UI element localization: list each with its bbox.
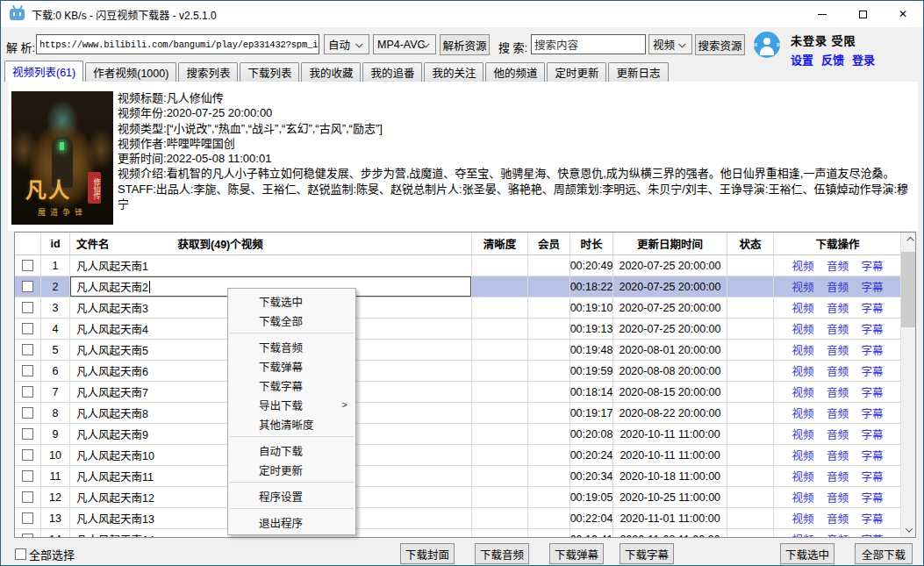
table-row[interactable]: 9凡人风起天南900:20:082020-10-11 11:00:00视频音频字… bbox=[15, 424, 915, 445]
subtitle-link[interactable]: 字幕 bbox=[861, 447, 883, 463]
context-menu-item[interactable]: 定时更新 bbox=[228, 460, 355, 479]
close-button[interactable]: ✕ bbox=[883, 1, 923, 27]
tab-8[interactable]: 他的频道 bbox=[485, 62, 545, 82]
scrollbar-down-button[interactable] bbox=[901, 522, 916, 537]
video-link[interactable]: 视频 bbox=[791, 489, 813, 505]
row-checkbox[interactable] bbox=[22, 323, 33, 334]
tab-1[interactable]: 视频列表(61) bbox=[4, 61, 83, 82]
video-link[interactable]: 视频 bbox=[791, 278, 813, 295]
tab-3[interactable]: 搜索列表 bbox=[178, 62, 238, 82]
context-menu-item[interactable]: 导出下载> bbox=[228, 395, 355, 414]
subtitle-link[interactable]: 字幕 bbox=[861, 405, 883, 421]
row-checkbox[interactable] bbox=[22, 470, 33, 482]
tab-5[interactable]: 我的收藏 bbox=[301, 62, 361, 82]
row-checkbox[interactable] bbox=[22, 260, 33, 271]
table-row[interactable]: 10凡人风起天南1000:20:242020-10-11 11:00:00视频音… bbox=[15, 445, 915, 466]
download-subtitle-button[interactable]: 下载字幕 bbox=[620, 543, 674, 564]
audio-link[interactable]: 音频 bbox=[827, 362, 849, 379]
row-checkbox[interactable] bbox=[22, 512, 33, 524]
video-link[interactable]: 视频 bbox=[791, 510, 813, 527]
subtitle-link[interactable]: 字幕 bbox=[861, 489, 883, 505]
video-link[interactable]: 视频 bbox=[791, 320, 813, 337]
subtitle-link[interactable]: 字幕 bbox=[861, 426, 883, 442]
subtitle-link[interactable]: 字幕 bbox=[861, 299, 883, 316]
table-row[interactable]: 7凡人风起天南700:18:142020-08-15 20:00:00视频音频字… bbox=[15, 382, 915, 403]
audio-link[interactable]: 音频 bbox=[827, 426, 849, 442]
context-menu-item[interactable]: 下载弹幕 bbox=[228, 356, 355, 376]
video-link[interactable]: 视频 bbox=[791, 426, 813, 442]
video-link[interactable]: 视频 bbox=[791, 447, 813, 463]
mode-select[interactable]: 自动 bbox=[324, 34, 369, 54]
audio-link[interactable]: 音频 bbox=[827, 320, 849, 337]
subtitle-link[interactable]: 字幕 bbox=[861, 320, 883, 337]
row-checkbox[interactable] bbox=[22, 386, 33, 398]
video-link[interactable]: 视频 bbox=[791, 383, 813, 400]
audio-link[interactable]: 音频 bbox=[827, 468, 849, 484]
maximize-button[interactable] bbox=[842, 1, 883, 27]
download-all-button[interactable]: 全部下载 bbox=[855, 543, 913, 564]
search-input[interactable]: 搜索内容 bbox=[531, 34, 646, 54]
audio-link[interactable]: 音频 bbox=[827, 257, 849, 274]
subtitle-link[interactable]: 字幕 bbox=[861, 278, 883, 295]
download-danmaku-button[interactable]: 下载弹幕 bbox=[549, 543, 604, 564]
subtitle-link[interactable]: 字幕 bbox=[861, 510, 883, 527]
row-checkbox[interactable] bbox=[22, 449, 33, 461]
table-row[interactable]: 4凡人风起天南400:19:132020-07-25 20:00:00视频音频字… bbox=[15, 319, 915, 340]
table-row[interactable]: 12凡人风起天南1200:19:052020-10-25 11:00:00视频音… bbox=[15, 487, 915, 508]
row-checkbox[interactable] bbox=[22, 302, 33, 313]
download-cover-button[interactable]: 下载封面 bbox=[400, 543, 455, 564]
audio-link[interactable]: 音频 bbox=[827, 531, 849, 538]
subtitle-link[interactable]: 字幕 bbox=[861, 468, 883, 484]
subtitle-link[interactable]: 字幕 bbox=[861, 341, 883, 358]
vertical-scrollbar[interactable] bbox=[900, 233, 915, 537]
video-link[interactable]: 视频 bbox=[791, 299, 813, 316]
audio-link[interactable]: 音频 bbox=[827, 299, 849, 316]
video-link[interactable]: 视频 bbox=[791, 257, 813, 274]
video-link[interactable]: 视频 bbox=[791, 468, 813, 484]
tab-7[interactable]: 我的关注 bbox=[424, 62, 483, 82]
context-menu-item[interactable]: 下载音频 bbox=[228, 337, 355, 356]
video-link[interactable]: 视频 bbox=[791, 341, 813, 358]
context-menu-item[interactable]: 下载字幕 bbox=[228, 376, 355, 395]
audio-link[interactable]: 音频 bbox=[827, 341, 849, 358]
context-menu-item[interactable]: 程序设置 bbox=[228, 486, 355, 505]
download-selected-button[interactable]: 下载选中 bbox=[780, 543, 834, 564]
subtitle-link[interactable]: 字幕 bbox=[861, 257, 883, 274]
row-checkbox[interactable] bbox=[22, 344, 33, 355]
download-audio-button[interactable]: 下载音频 bbox=[475, 543, 529, 564]
subtitle-link[interactable]: 字幕 bbox=[861, 362, 883, 379]
minimize-button[interactable] bbox=[802, 1, 842, 27]
search-type-select[interactable]: 视频 bbox=[648, 34, 692, 54]
table-row[interactable]: 11凡人风起天南1100:20:342020-10-18 11:00:00视频音… bbox=[15, 466, 915, 487]
audio-link[interactable]: 音频 bbox=[827, 405, 849, 421]
tab-9[interactable]: 定时更新 bbox=[547, 62, 606, 82]
row-checkbox[interactable] bbox=[22, 365, 33, 376]
context-menu-item[interactable]: 退出程序 bbox=[228, 512, 355, 532]
table-row[interactable]: 2凡人风起天南200:18:222020-07-25 20:00:00视频音频字… bbox=[15, 276, 915, 297]
table-row[interactable]: 3凡人风起天南300:19:102020-07-25 20:00:00视频音频字… bbox=[15, 297, 915, 319]
audio-link[interactable]: 音频 bbox=[827, 447, 849, 463]
subtitle-link[interactable]: 字幕 bbox=[861, 383, 883, 400]
scrollbar-thumb[interactable] bbox=[901, 252, 916, 327]
video-link[interactable]: 视频 bbox=[791, 531, 813, 538]
parse-resource-button[interactable]: 解析资源 bbox=[440, 34, 490, 55]
row-checkbox[interactable] bbox=[22, 407, 33, 419]
table-row[interactable]: 14凡人风起天南1400:19:412020-11-08 11:00:00视频音… bbox=[15, 529, 915, 538]
audio-link[interactable]: 音频 bbox=[827, 278, 849, 295]
scrollbar-up-button[interactable] bbox=[901, 233, 916, 247]
audio-link[interactable]: 音频 bbox=[827, 510, 849, 527]
row-checkbox[interactable] bbox=[22, 281, 33, 292]
context-menu-item[interactable]: 下载全部 bbox=[228, 311, 355, 330]
audio-link[interactable]: 音频 bbox=[827, 489, 849, 505]
tab-4[interactable]: 下载列表 bbox=[240, 62, 299, 82]
table-row[interactable]: 1凡人风起天南100:20:492020-07-25 20:00:00视频音频字… bbox=[15, 255, 915, 276]
tab-2[interactable]: 作者视频(1000) bbox=[85, 62, 176, 82]
audio-link[interactable]: 音频 bbox=[827, 383, 849, 400]
context-menu-item[interactable]: 自动下载 bbox=[228, 441, 355, 460]
table-row[interactable]: 8凡人风起天南800:19:172020-08-22 20:00:00视频音频字… bbox=[15, 403, 915, 424]
table-row[interactable]: 13凡人风起天南1300:22:042020-11-01 11:00:00视频音… bbox=[15, 508, 915, 529]
context-menu-item[interactable]: 其他清晰度 bbox=[228, 414, 355, 433]
table-row[interactable]: 5凡人风起天南500:19:482020-08-01 20:00:00视频音频字… bbox=[15, 340, 915, 361]
video-link[interactable]: 视频 bbox=[791, 362, 813, 379]
row-checkbox[interactable] bbox=[22, 428, 33, 440]
